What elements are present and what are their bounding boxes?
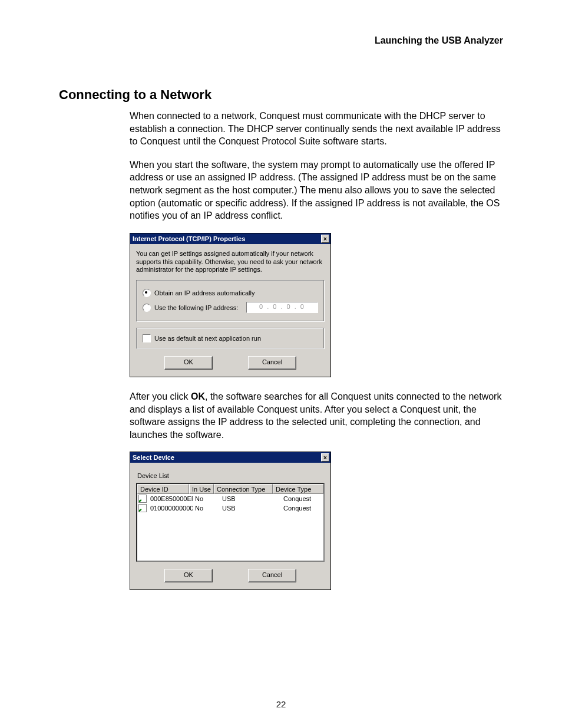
cell-device-id: 000E850000EF	[148, 495, 193, 502]
device-list-label: Device List	[137, 472, 325, 479]
check-icon	[138, 495, 147, 503]
col-device-id[interactable]: Device ID	[137, 484, 189, 494]
list-item[interactable]: 000E850000EF No USB Conquest	[137, 494, 323, 503]
dialog-title: Select Device	[133, 454, 174, 461]
cell-in-use: No	[193, 495, 220, 502]
paragraph-3: After you click OK, the software searche…	[130, 390, 503, 441]
text-fragment: After you click	[130, 391, 191, 401]
cancel-button[interactable]: Cancel	[248, 569, 296, 582]
check-icon	[138, 504, 147, 512]
dialog-title: Internet Protocol (TCP/IP) Properties	[133, 235, 245, 242]
radio-label: Obtain an IP address automatically	[154, 289, 254, 297]
col-in-use[interactable]: In Use	[189, 484, 214, 494]
list-item[interactable]: 010000000000 No USB Conquest	[137, 503, 323, 513]
tcpip-properties-dialog: Internet Protocol (TCP/IP) Properties × …	[130, 233, 331, 377]
col-device-type[interactable]: Device Type	[273, 484, 323, 494]
cancel-button[interactable]: Cancel	[248, 356, 296, 370]
radio-use-following[interactable]: Use the following IP address: 0 . 0 . 0 …	[143, 299, 318, 315]
page-number: 22	[0, 699, 562, 709]
cell-device-type: Conquest	[281, 505, 323, 512]
cell-conn-type: USB	[220, 495, 281, 502]
col-conn-type[interactable]: Connection Type	[214, 484, 273, 494]
close-icon[interactable]: ×	[321, 235, 329, 243]
select-device-dialog: Select Device × Device List Device ID In…	[130, 452, 331, 590]
cell-in-use: No	[193, 505, 220, 512]
checkbox-save-default[interactable]: Use as default at next application run	[143, 334, 318, 342]
device-list[interactable]: Device ID In Use Connection Type Device …	[136, 483, 325, 562]
default-group: Use as default at next application run	[136, 328, 325, 349]
ip-mode-group: Obtain an IP address automatically Use t…	[136, 280, 325, 322]
ok-button[interactable]: OK	[164, 356, 213, 370]
dialog-help-text: You can get IP settings assigned automat…	[136, 250, 325, 274]
paragraph-2: When you start the software, the system …	[130, 159, 503, 222]
ip-address-input[interactable]: 0 . 0 . 0 . 0	[246, 302, 318, 313]
dialog-titlebar: Internet Protocol (TCP/IP) Properties ×	[130, 233, 330, 244]
radio-icon	[143, 304, 151, 312]
cell-device-type: Conquest	[281, 495, 323, 502]
dialog-titlebar: Select Device ×	[130, 452, 330, 463]
running-header: Launching the USB Analyzer	[59, 35, 503, 46]
cell-conn-type: USB	[220, 505, 281, 512]
radio-label: Use the following IP address:	[154, 304, 238, 311]
text-bold-ok: OK	[191, 391, 205, 401]
checkbox-icon	[143, 334, 151, 342]
checkbox-label: Use as default at next application run	[154, 335, 261, 342]
cell-device-id: 010000000000	[148, 505, 193, 512]
close-icon[interactable]: ×	[321, 453, 329, 462]
radio-icon	[143, 289, 151, 297]
list-header: Device ID In Use Connection Type Device …	[137, 484, 323, 494]
ok-button[interactable]: OK	[164, 569, 213, 582]
section-title: Connecting to a Network	[59, 87, 503, 103]
paragraph-1: When connected to a network, Conquest mu…	[130, 110, 503, 148]
radio-obtain-auto[interactable]: Obtain an IP address automatically	[143, 286, 318, 299]
